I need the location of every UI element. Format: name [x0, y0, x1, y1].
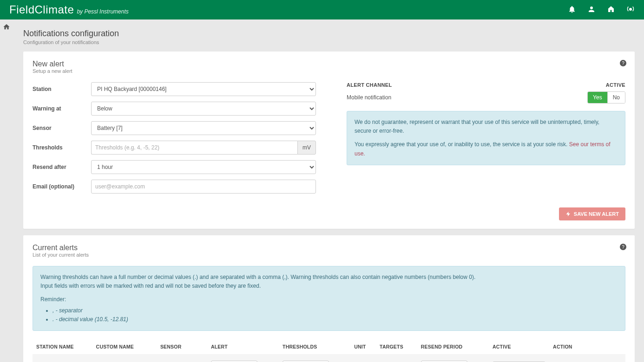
alerts-table: STATION NAME CUSTOM NAME SENSOR ALERT TH…: [33, 339, 625, 362]
warning-at-label: Warning at: [33, 105, 91, 112]
new-alert-title: New alert: [33, 60, 625, 68]
user-icon[interactable]: [587, 5, 596, 15]
email-label: Email (optional): [33, 183, 91, 190]
bell-icon[interactable]: [568, 5, 576, 15]
new-alert-card: ? New alert Setup a new alert Station PI…: [23, 52, 635, 229]
col-unit: UNIT: [350, 339, 376, 354]
new-alert-subtitle: Setup a new alert: [33, 68, 625, 74]
page-subtitle: Configuration of your notifications: [23, 39, 635, 45]
lightning-icon: [565, 211, 571, 217]
page-title: Notifications configuration: [23, 29, 635, 39]
disclaimer-p2: You expressly agree that your use of, or…: [355, 140, 618, 158]
home-icon[interactable]: [3, 23, 10, 32]
disclaimer-p1: We do not guarantee, represent or warran…: [355, 118, 618, 136]
mobile-notification-toggle[interactable]: Yes No: [587, 91, 625, 103]
sensor-select[interactable]: Battery [7]: [91, 121, 316, 135]
toggle-no[interactable]: No: [607, 92, 625, 103]
station-label: Station: [33, 86, 91, 92]
disclaimer-box: We do not guarantee, represent or warran…: [347, 111, 625, 165]
cell-unit: °C: [350, 354, 376, 362]
col-resend: RESEND PERIOD: [417, 339, 489, 354]
thresholds-label: Thresholds: [33, 144, 91, 151]
brand-byline: by Pessl Instruments: [77, 8, 128, 15]
save-new-alert-button[interactable]: SAVE NEW ALERT: [559, 207, 625, 220]
current-alerts-card: ? Current alerts List of your current al…: [23, 235, 635, 362]
resend-after-label: Resend after: [33, 164, 91, 170]
cell-sensor: DeltaT: [157, 354, 207, 362]
page-header: Notifications configuration Configuratio…: [23, 29, 635, 45]
email-input[interactable]: [91, 180, 316, 194]
current-alerts-subtitle: List of your current alerts: [33, 252, 625, 258]
thresholds-tip-box: Warning thresholds can have a full numbe…: [33, 266, 625, 331]
brand-name: FieldClimate: [9, 3, 74, 16]
mobile-notification-label: Mobile notification: [347, 94, 587, 101]
thresholds-unit: mV: [297, 141, 316, 155]
toggle-yes[interactable]: Yes: [588, 92, 607, 103]
col-sensor: SENSOR: [157, 339, 207, 354]
station-select[interactable]: PI HQ Backyard [00000146]: [91, 82, 316, 96]
col-action: ACTION: [549, 339, 625, 354]
help-icon[interactable]: ?: [620, 60, 626, 66]
thresholds-input[interactable]: [91, 141, 297, 155]
help-icon[interactable]: ?: [620, 244, 626, 250]
col-targets: TARGETS: [376, 339, 417, 354]
col-active: ACTIVE: [489, 339, 549, 354]
table-row: 0020BC91AggregateDeltaTAbove°CEmail,Mobi…: [33, 354, 625, 362]
cell-station: 0020BC91: [33, 354, 92, 362]
topbar: FieldClimate by Pessl Instruments: [0, 0, 644, 19]
current-alerts-title: Current alerts: [33, 244, 625, 252]
logo[interactable]: FieldClimate by Pessl Instruments: [9, 3, 129, 16]
cell-custom: Aggregate: [92, 354, 157, 362]
station-icon[interactable]: [607, 5, 615, 15]
active-header: ACTIVE: [606, 82, 625, 88]
col-custom: CUSTOM NAME: [92, 339, 157, 354]
broadcast-icon[interactable]: [626, 5, 635, 15]
alert-channel-header: ALERT CHANNEL: [347, 82, 606, 88]
leftbar: [0, 19, 13, 362]
resend-after-select[interactable]: 1 hour: [91, 160, 316, 174]
col-thresholds: THRESHOLDS: [279, 339, 350, 354]
sensor-label: Sensor: [33, 125, 91, 131]
col-alert: ALERT: [207, 339, 279, 354]
cell-targets: Email,Mobile: [376, 354, 417, 362]
warning-at-select[interactable]: Below: [91, 102, 316, 116]
col-station: STATION NAME: [33, 339, 92, 354]
